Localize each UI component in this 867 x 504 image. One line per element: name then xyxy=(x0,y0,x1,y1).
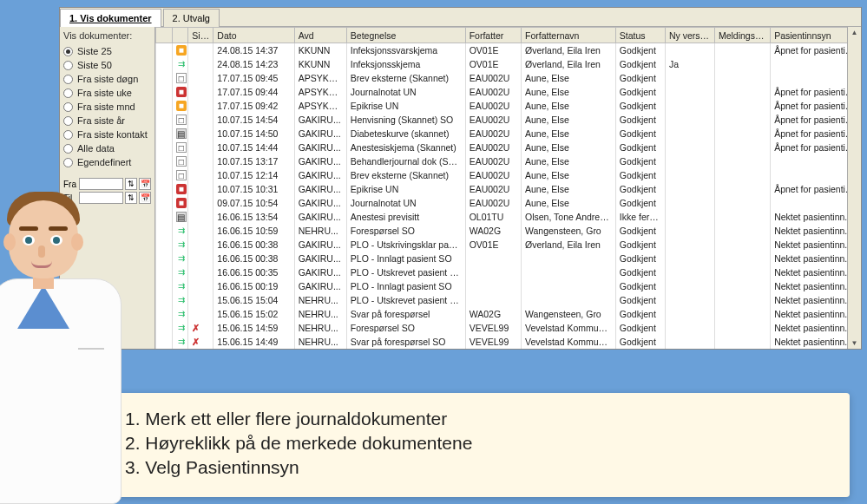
row-selector[interactable] xyxy=(156,224,173,238)
table-row[interactable]: □10.07.15 14:44GAKIRU...Anestesiskjema (… xyxy=(156,141,861,154)
row-selector[interactable] xyxy=(156,141,173,154)
column-header[interactable]: Dato xyxy=(213,28,294,43)
tree-icon: ⇉ xyxy=(176,309,187,319)
row-selector[interactable] xyxy=(156,265,173,279)
table-row[interactable]: □17.07.15 09:45APSYKU...Brev eksterne (S… xyxy=(156,71,861,85)
radio-option[interactable]: Fra siste mnd xyxy=(63,100,151,114)
column-header[interactable]: Sign xyxy=(188,28,213,43)
date-cell: 16.06.15 13:54 xyxy=(213,210,294,224)
radio-icon xyxy=(63,158,73,167)
author-code-cell: OV01E xyxy=(465,57,521,71)
tab-view-documents[interactable]: 1. Vis dokumenter xyxy=(60,9,161,27)
table-row[interactable]: ■24.08.15 14:37KKUNNInfeksjonssvarskjema… xyxy=(156,43,861,57)
table-row[interactable]: □10.07.15 14:54GAKIRU...Henvisning (Skan… xyxy=(156,113,861,127)
row-selector[interactable] xyxy=(156,127,173,141)
radio-option[interactable]: Egendefinert xyxy=(63,155,151,169)
table-row[interactable]: ⇉24.08.15 14:23KKUNNInfeksjonsskjemaOV01… xyxy=(156,57,861,71)
row-selector[interactable] xyxy=(156,57,173,71)
radio-option[interactable]: Alle data xyxy=(63,141,151,155)
table-row[interactable]: ■17.07.15 09:42APSYKU...Epikrise UNEAU00… xyxy=(156,99,861,113)
tab-selection[interactable]: 2. Utvalg xyxy=(163,9,220,27)
row-selector[interactable] xyxy=(156,43,173,57)
row-selector[interactable] xyxy=(156,182,173,196)
title-cell: Journalnotat UN xyxy=(346,85,465,99)
row-icon-cell: ▤ xyxy=(172,210,188,224)
radio-option[interactable]: Fra siste uke xyxy=(63,86,151,100)
table-row[interactable]: ■17.07.15 09:44APSYKU...Journalnotat UNE… xyxy=(156,85,861,99)
table-row[interactable]: ■10.07.15 10:31GAKIRU...Epikrise UNEAU00… xyxy=(156,182,861,196)
row-selector[interactable] xyxy=(156,85,173,99)
table-row[interactable]: ⇉15.06.15 15:02NEHRU...Svar på forespørs… xyxy=(156,307,861,321)
row-selector[interactable] xyxy=(156,321,173,335)
table-row[interactable]: ⇉16.06.15 00:35GAKIRU...PLO - Utskrevet … xyxy=(156,265,861,279)
radio-option[interactable]: Fra siste kontakt xyxy=(63,128,151,141)
row-selector[interactable] xyxy=(156,252,173,265)
column-header[interactable]: Avd xyxy=(294,28,346,43)
row-selector[interactable] xyxy=(156,210,173,224)
row-selector[interactable] xyxy=(156,307,173,321)
table-row[interactable]: ▤10.07.15 14:50GAKIRU...Diabeteskurve (s… xyxy=(156,127,861,141)
radio-icon xyxy=(63,130,73,140)
row-selector[interactable] xyxy=(156,168,173,182)
row-selector[interactable] xyxy=(156,154,173,168)
author-name-cell: Vevelstad Kommune ... xyxy=(521,321,615,335)
msgtype-cell xyxy=(714,307,770,321)
radio-option[interactable]: Siste 50 xyxy=(63,58,151,72)
column-header[interactable]: Forfatternavn xyxy=(521,28,615,43)
row-selector[interactable] xyxy=(156,335,173,349)
avd-cell: GAKIRU... xyxy=(294,196,346,210)
stepper-icon[interactable]: ⇅ xyxy=(125,178,137,190)
from-date-field[interactable] xyxy=(79,178,123,190)
table-row[interactable]: ⇉16.06.15 00:38GAKIRU...PLO - Innlagt pa… xyxy=(156,252,861,265)
row-icon-cell: ⇉ xyxy=(172,224,188,238)
date-cell: 10.07.15 14:50 xyxy=(213,127,294,141)
vertical-scrollbar[interactable] xyxy=(847,27,861,349)
row-selector[interactable] xyxy=(156,71,173,85)
column-header[interactable]: Status xyxy=(615,28,665,43)
radio-label: Fra siste uke xyxy=(77,88,132,98)
column-header[interactable]: Ny versjon xyxy=(665,28,714,43)
author-name-cell: Aune, Else xyxy=(521,196,615,210)
table-row[interactable]: ⇉✗15.06.15 14:49NEHRU...Svar på forespør… xyxy=(156,335,861,349)
row-selector[interactable] xyxy=(156,238,173,252)
table-row[interactable]: ⇉15.06.15 15:04NEHRU...PLO - Utskrevet p… xyxy=(156,293,861,307)
new-version-cell xyxy=(665,141,714,154)
author-code-cell: VEVEL99 xyxy=(465,335,521,349)
table-row[interactable]: ⇉16.06.15 00:38GAKIRU...PLO - Utskriving… xyxy=(156,238,861,252)
table-row[interactable]: ⇉✗15.06.15 14:59NEHRU...Forespørsel SOVE… xyxy=(156,321,861,335)
stepper-icon[interactable]: ⇅ xyxy=(125,192,137,204)
row-selector[interactable] xyxy=(156,196,173,210)
table-row[interactable]: ⇉16.06.15 00:19GAKIRU...PLO - Innlagt pa… xyxy=(156,279,861,293)
row-icon-cell: ⇉ xyxy=(172,307,188,321)
table-row[interactable]: ⇉16.06.15 10:59NEHRU...Forespørsel SOWA0… xyxy=(156,224,861,238)
table-row[interactable]: □10.07.15 12:14GAKIRU...Brev eksterne (S… xyxy=(156,168,861,182)
new-version-cell xyxy=(665,99,714,113)
tab-label: 2. Utvalg xyxy=(173,13,210,23)
row-selector[interactable] xyxy=(156,279,173,293)
table-row[interactable]: ▤16.06.15 13:54GAKIRU...Anestesi previsi… xyxy=(156,210,861,224)
document-grid[interactable]: SignDatoAvdBetegnelseForfatterForfattern… xyxy=(155,27,861,349)
column-header[interactable] xyxy=(172,28,188,43)
msgtype-cell xyxy=(714,321,770,335)
column-header[interactable]: Forfatter xyxy=(465,28,521,43)
radio-label: Fra siste kontakt xyxy=(77,129,148,140)
calendar-icon[interactable]: 📅 xyxy=(139,192,151,204)
table-row[interactable]: ■09.07.15 10:54GAKIRU...Journalnotat UNE… xyxy=(156,196,861,210)
row-selector[interactable] xyxy=(156,99,173,113)
author-code-cell: EAU002U xyxy=(465,113,521,127)
sign-cell xyxy=(188,71,213,85)
column-header[interactable]: Betegnelse xyxy=(346,28,465,43)
sign-cell xyxy=(188,293,213,307)
msgtype-cell xyxy=(714,57,770,71)
radio-option[interactable]: Fra siste år xyxy=(63,114,151,128)
calendar-icon[interactable]: 📅 xyxy=(139,178,151,190)
table-row[interactable]: □10.07.15 13:17GAKIRU...Behandlerjournal… xyxy=(156,154,861,168)
row-selector[interactable] xyxy=(156,113,173,127)
row-icon-cell: ■ xyxy=(172,196,188,210)
radio-label: Fra siste år xyxy=(77,115,125,126)
column-header[interactable]: Meldingstype xyxy=(714,28,770,43)
radio-option[interactable]: Siste 25 xyxy=(63,44,151,58)
column-header[interactable] xyxy=(156,28,173,43)
row-selector[interactable] xyxy=(156,293,173,307)
radio-option[interactable]: Fra siste døgn xyxy=(63,72,151,86)
